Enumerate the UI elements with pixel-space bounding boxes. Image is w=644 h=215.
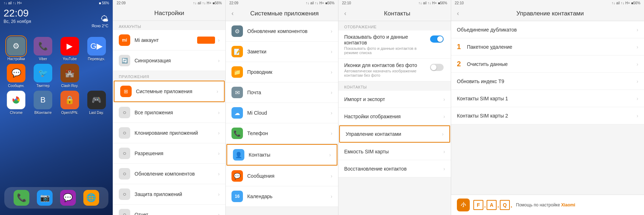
settings-statusbar: 22:09 ↑↓ ail ↑↓ H+ ■56% xyxy=(113,0,225,6)
clear-data-item[interactable]: 2 Очистить данные › xyxy=(451,56,644,73)
phone-item[interactable]: 📞 Телефон › xyxy=(226,123,338,144)
app-messages-label: Сообщен. xyxy=(8,84,24,88)
batch-delete-item[interactable]: 1 Пакетное удаление › xyxy=(451,38,644,56)
contact-icons-toggle[interactable] xyxy=(430,64,444,71)
clone-apps-chevron-icon: › xyxy=(218,130,220,136)
sim2-contacts-chevron-icon: › xyxy=(636,113,638,119)
update-components-item[interactable]: ○ Обновление компонентов › xyxy=(113,164,225,184)
dock-phone-icon: 📞 xyxy=(14,190,29,206)
settings-header: Настройки xyxy=(113,6,225,21)
notes-item[interactable]: 📝 Заметки › xyxy=(226,42,338,62)
app-openvpn[interactable]: 🔒 OpenVPN. xyxy=(58,91,82,115)
translate-icon: G▶ xyxy=(87,37,106,56)
show-photos-item[interactable]: Показывать фото и данные контактов Показ… xyxy=(338,30,451,59)
mi-chevron-icon: › xyxy=(218,37,220,43)
youtube-icon: ▶ xyxy=(60,37,79,56)
all-apps-item[interactable]: ○ Все приложения › xyxy=(113,102,225,123)
app-settings[interactable]: ⚙ Настройки xyxy=(4,37,28,61)
sync-chevron-icon: › xyxy=(218,58,220,63)
system-apps-item[interactable]: ⊞ Системные приложения › xyxy=(114,81,225,102)
sync-item[interactable]: 🔄 Синхронизация › xyxy=(113,51,225,71)
show-photos-toggle[interactable] xyxy=(430,35,444,43)
clone-apps-item[interactable]: ○ Клонирование приложений › xyxy=(113,123,225,143)
sysapps-title: Системные приложения xyxy=(236,10,332,17)
restore-contacts-item[interactable]: Восстановление контактов › xyxy=(338,160,451,177)
mi-icon: mi xyxy=(119,34,130,46)
micloud-chevron-icon: › xyxy=(331,110,332,116)
contacts-signal: ↑↓ ail ↑↓ H+ xyxy=(419,1,437,5)
mi-account-item[interactable]: mi Mi аккаунт › xyxy=(113,30,225,51)
sim1-contacts-item[interactable]: Контакты SIM карты 1 › xyxy=(451,90,644,107)
dock-messages[interactable]: 💬 xyxy=(60,190,76,206)
phone-text: Телефон xyxy=(247,130,331,136)
app-messages[interactable]: 💬 Сообщен. xyxy=(4,64,28,88)
permissions-item[interactable]: ○ Разрешения › xyxy=(113,143,225,164)
app-translate[interactable]: G▶ Переводч. xyxy=(84,37,108,61)
sim-capacity-chevron-icon: › xyxy=(443,149,445,154)
explorer-item[interactable]: 📁 Проводник › xyxy=(226,62,338,82)
sim2-contacts-item[interactable]: Контакты SIM карты 2 › xyxy=(451,107,644,124)
explorer-text: Проводник xyxy=(247,69,331,75)
app-vk[interactable]: В ВКонтакте xyxy=(31,91,55,115)
clash-icon: 🏰 xyxy=(60,64,79,82)
sync-icon: 🔄 xyxy=(119,55,130,66)
faq-dot-2: . xyxy=(497,202,499,209)
app-lastday[interactable]: 🎮 Last Day. xyxy=(84,91,108,115)
app-chrome[interactable]: Chrome xyxy=(4,91,28,115)
dock-browser-icon: 🌐 xyxy=(83,190,99,206)
report-chevron-icon: › xyxy=(218,212,220,215)
sysapps-statusbar: 22:09 ↑↓ ail ↑↓ H+ ■56% xyxy=(226,0,338,6)
update-components-text: Обновление компонентов xyxy=(135,171,218,177)
app-clash[interactable]: 🏰 Clash Roy. xyxy=(58,64,82,88)
sim2-contacts-text: Контакты SIM карты 2 xyxy=(457,113,636,119)
manage-back-icon[interactable]: ‹ xyxy=(457,10,459,17)
contacts-item[interactable]: 👤 Контакты › xyxy=(226,144,337,166)
app-viber-label: Viber xyxy=(39,57,47,61)
report-item[interactable]: ○ Отчет › xyxy=(113,205,225,215)
calendar-chevron-icon: › xyxy=(331,194,332,199)
display-settings-item[interactable]: Настройки отображения › xyxy=(338,108,451,125)
import-export-item[interactable]: Импорт и экспорт › xyxy=(338,91,451,108)
app-protection-item[interactable]: ○ Защита приложений › xyxy=(113,184,225,205)
app-protection-chevron-icon: › xyxy=(218,191,220,197)
sms-item[interactable]: 💬 Сообщения › xyxy=(226,166,338,186)
contacts-chevron-icon: › xyxy=(329,152,331,158)
dock-camera[interactable]: 📷 xyxy=(37,190,53,206)
faq-a-icon: A xyxy=(487,200,497,210)
sync-text: Синхронизация xyxy=(135,58,218,63)
dock-phone[interactable]: 📞 xyxy=(14,190,29,206)
notes-chevron-icon: › xyxy=(331,49,332,54)
manage-contacts-chevron-icon: › xyxy=(442,131,444,137)
app-viber[interactable]: 📞 Viber xyxy=(31,37,55,61)
app-protection-text: Защита приложений xyxy=(135,191,218,197)
twitter-icon: 🐦 xyxy=(34,64,52,82)
sysapps-status-time: 22:09 xyxy=(229,1,238,5)
micloud-item[interactable]: ☁ Mi Cloud › xyxy=(226,103,338,123)
update-t9-item[interactable]: Обновить индекс Т9 › xyxy=(451,73,644,90)
sms-chevron-icon: › xyxy=(331,173,332,179)
sim-capacity-item[interactable]: Емкость SIM карты › xyxy=(338,143,451,160)
mail-item[interactable]: ✉ Почта › xyxy=(226,82,338,103)
sysapps-back-icon[interactable]: ‹ xyxy=(231,10,234,17)
calendar-item[interactable]: 16 Календарь › xyxy=(226,186,338,207)
update-text: Обновление компонентов xyxy=(247,28,331,34)
update-item[interactable]: ⚙ Обновление компонентов › xyxy=(226,21,338,42)
viber-icon: 📞 xyxy=(34,37,52,56)
dock-browser[interactable]: 🌐 xyxy=(83,190,99,206)
clear-data-number: 2 xyxy=(457,60,464,68)
report-text: Отчет xyxy=(135,212,218,215)
settings-battery: ■56% xyxy=(213,1,222,5)
manage-contacts-item[interactable]: Управление контактами › xyxy=(339,125,450,143)
all-apps-text: Все приложения xyxy=(135,110,218,115)
merge-duplicates-chevron-icon: › xyxy=(636,27,638,33)
clone-apps-icon: ○ xyxy=(119,127,130,139)
contact-icons-item[interactable]: Иконки для контактов без фото Автоматиче… xyxy=(338,59,451,81)
app-twitter[interactable]: 🐦 Твиттер xyxy=(31,64,55,88)
app-grid: ⚙ Настройки 📞 Viber ▶ YouTube G▶ Перевод… xyxy=(0,33,113,118)
merge-duplicates-item[interactable]: Объединение дубликатов › xyxy=(451,21,644,38)
contacts-back-icon[interactable]: ‹ xyxy=(344,10,346,17)
contact-icons-subtext: Автоматически назначать изображение конт… xyxy=(344,69,430,77)
app-youtube[interactable]: ▶ YouTube xyxy=(58,37,82,61)
mi-badge xyxy=(197,37,215,44)
notes-icon: 📝 xyxy=(231,46,243,57)
